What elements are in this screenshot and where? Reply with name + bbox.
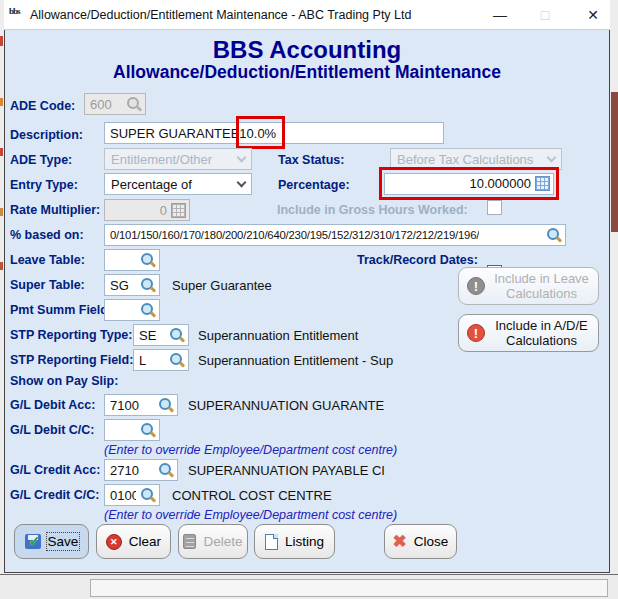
gl-debit-cc-field[interactable] [104,419,160,441]
clear-button[interactable]: ✕ Clear [96,524,171,559]
listing-page-icon [265,534,278,550]
close-button[interactable]: ✖ Close [384,524,457,559]
app-logo-icon: bbs [9,7,26,23]
description-field[interactable]: SUPER GUARANTEE 10.0% [104,122,444,144]
entry-type-dropdown[interactable]: Percentage of [104,173,252,195]
percent-based-on-value: 0/101/150/160/170/180/200/210/640/230/19… [110,229,479,241]
save-button-label: Save [48,534,79,549]
exclamation-circle-icon: ! [467,324,485,342]
lookup-magnifier-icon[interactable] [140,302,156,318]
background-mark [0,262,3,270]
lookup-magnifier-icon[interactable] [158,397,174,413]
tax-status-value: Before Tax Calculations [397,152,548,167]
stp-reporting-type-description: Superannuation Entitlement [198,328,358,343]
maximize-button: □ [530,4,560,26]
super-table-field[interactable]: SG [104,274,160,296]
gl-debit-acc-description: SUPERANNUATION GUARANTE [188,398,384,413]
percentage-field[interactable]: 10.000000 [384,173,554,195]
include-in-ade-calculations-label: Include in A/D/E Calculations [493,318,590,348]
gl-credit-cc-value: 0100 [110,488,136,503]
include-in-leave-calculations-button: ! Include in Leave Calculations [458,267,599,305]
stp-reporting-type-value: SE [139,328,156,343]
clear-cross-circle-icon: ✕ [106,534,122,550]
ade-type-label: ADE Type: [10,153,72,167]
lookup-magnifier-icon[interactable] [140,252,156,268]
exclamation-circle-icon: ! [467,277,485,295]
background-mark [0,148,3,156]
rate-multiplier-label: Rate Multiplier: [10,203,100,217]
lookup-magnifier-icon[interactable] [140,277,156,293]
lookup-magnifier-icon[interactable] [158,462,174,478]
super-table-label: Super Table: [10,278,85,292]
gl-debit-acc-label: G/L Debit Acc: [10,398,95,412]
background-mark [0,36,3,46]
background-window-right-sliver [610,0,618,599]
chevron-down-icon [547,152,557,162]
background-window-maroon-sliver [611,92,618,232]
app-title: BBS Accounting [4,36,610,64]
gl-credit-acc-description: SUPERANNUATION PAYABLE CI [188,463,385,478]
gl-debit-cc-label: G/L Debit C/C: [10,423,95,437]
stp-reporting-field-value: L [139,353,146,368]
window-title: Allowance/Deduction/Entitlement Maintena… [30,8,411,22]
tax-status-label: Tax Status: [278,153,344,167]
calculator-icon[interactable] [535,176,550,191]
rate-multiplier-value: 0 [110,203,167,218]
description-label: Description: [10,128,83,142]
leave-table-label: Leave Table: [10,253,85,267]
save-disk-icon [25,534,41,549]
pmt-summ-field-label: Pmt Summ Field: [10,303,112,317]
ade-code-field: 600 [84,93,146,115]
lookup-magnifier-icon[interactable] [169,352,185,368]
percentage-label: Percentage: [278,178,350,192]
entry-type-label: Entry Type: [10,178,78,192]
super-table-value: SG [110,278,129,293]
include-gross-hours-label: Include in Gross Hours Worked: [277,203,468,217]
delete-button-label: Delete [203,534,242,549]
description-highlighted-value: 10.0% [239,126,276,141]
ade-code-label: ADE Code: [10,99,75,113]
delete-button: Delete [178,524,248,559]
gl-credit-acc-field[interactable]: 2710 [104,459,178,481]
clear-button-label: Clear [129,534,161,549]
ade-type-dropdown: Entitlement/Other [104,148,252,170]
background-status-bar [90,579,608,597]
lookup-magnifier-icon[interactable] [546,227,562,243]
stp-reporting-field[interactable]: L [133,349,189,371]
track-record-dates-label: Track/Record Dates: [357,253,478,267]
minimize-button[interactable]: — [485,4,515,26]
gl-debit-cc-note: (Enter to override Employee/Department c… [104,443,397,457]
close-cross-icon: ✖ [393,534,407,550]
gl-debit-acc-field[interactable]: 7100 [104,394,178,416]
include-in-leave-calculations-label: Include in Leave Calculations [493,271,590,301]
super-table-description: Super Guarantee [172,278,272,293]
percent-based-on-field[interactable]: 0/101/150/160/170/180/200/210/640/230/19… [104,224,566,246]
lookup-magnifier-icon[interactable] [140,487,156,503]
annotation-redbox-percentage: 10.000000 [379,167,559,200]
gl-credit-cc-note: (Enter to override Employee/Department c… [104,508,397,522]
stp-reporting-type-label: STP Reporting Type: [10,328,132,342]
show-on-pay-slip-label: Show on Pay Slip: [10,374,118,388]
description-value: SUPER GUARANTEE [110,126,239,141]
close-button-label: Close [414,534,449,549]
leave-table-field[interactable] [104,249,160,271]
background-mark [0,208,3,216]
pmt-summ-field[interactable] [104,299,160,321]
close-window-button[interactable]: ✕ [578,4,608,26]
gl-credit-cc-field[interactable]: 0100 [104,484,160,506]
lookup-magnifier-icon[interactable] [169,327,185,343]
rate-multiplier-field: 0 [104,199,190,221]
chevron-down-icon [237,152,247,162]
stp-reporting-type-field[interactable]: SE [133,324,189,346]
gl-credit-acc-value: 2710 [110,463,139,478]
listing-button[interactable]: Listing [254,524,335,559]
gl-credit-cc-label: G/L Credit C/C: [10,488,99,502]
include-in-ade-calculations-button[interactable]: ! Include in A/D/E Calculations [458,314,599,352]
entry-type-value: Percentage of [111,177,238,192]
page-title: Allowance/Deduction/Entitlement Maintena… [4,62,610,83]
listing-button-label: Listing [285,534,324,549]
lookup-magnifier-icon[interactable] [140,422,156,438]
percentage-value: 10.000000 [390,176,531,191]
save-button[interactable]: Save [14,524,89,559]
stp-reporting-field-description: Superannuation Entitlement - Sup [198,353,393,368]
